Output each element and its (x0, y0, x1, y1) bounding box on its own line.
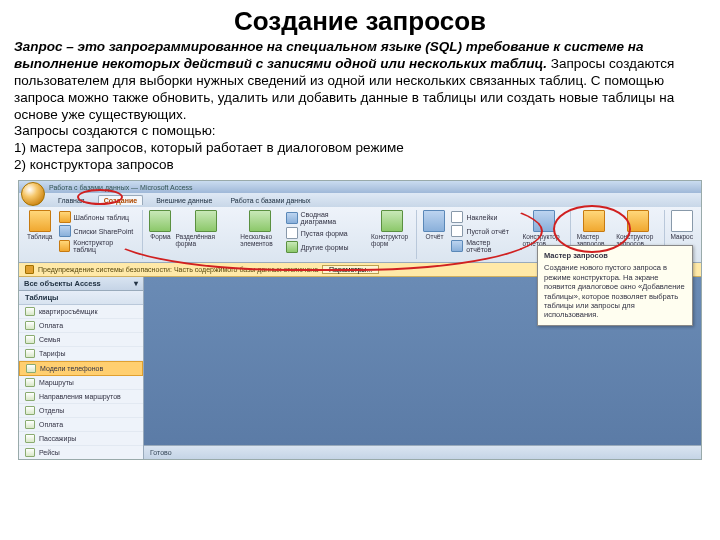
tab-dbtools[interactable]: Работа с базами данных (225, 196, 315, 205)
btn-report[interactable]: Отчёт (423, 210, 445, 259)
btn-pivot[interactable]: Сводная диаграмма (284, 210, 367, 226)
chevron-down-icon: ▾ (134, 279, 138, 288)
tab-create[interactable]: Создание (98, 195, 143, 205)
btn-report-wizard[interactable]: Мастер отчётов (449, 238, 518, 254)
btn-labels[interactable]: Наклейки (449, 210, 518, 224)
nav-item[interactable]: Маршруты (19, 376, 143, 390)
nav-section-tables[interactable]: Таблицы (19, 291, 143, 305)
table-icon (25, 335, 35, 344)
navigation-pane[interactable]: Все объекты Access▾ Таблицы квартиросъём… (19, 277, 144, 459)
table-icon (25, 321, 35, 330)
shield-icon (25, 265, 34, 274)
nav-item[interactable]: Семья (19, 333, 143, 347)
btn-table-design[interactable]: Конструктор таблиц (57, 238, 139, 254)
btn-multi[interactable]: Несколько элементов (240, 210, 279, 259)
btn-sharepoint[interactable]: Списки SharePoint (57, 224, 139, 238)
access-screenshot: Работа с базами данных — Microsoft Acces… (18, 180, 702, 460)
btn-blank-report[interactable]: Пустой отчёт (449, 224, 518, 238)
table-icon (25, 307, 35, 316)
nav-item[interactable]: Оплата (19, 418, 143, 432)
tab-home[interactable]: Главная (53, 196, 90, 205)
nav-item[interactable]: Рейсы (19, 446, 143, 459)
nav-item[interactable]: Тарифы (19, 347, 143, 361)
status-bar: Готово (144, 445, 701, 459)
btn-form[interactable]: Форма (149, 210, 171, 259)
tooltip-query-wizard: Мастер запросов Создание нового пустого … (537, 245, 693, 326)
warn-options-button[interactable]: Параметры... (322, 265, 379, 274)
nav-item[interactable]: Отделы (19, 404, 143, 418)
table-icon (25, 434, 35, 443)
table-icon (25, 420, 35, 429)
nav-item[interactable]: квартиросъёмщик (19, 305, 143, 319)
table-icon (25, 378, 35, 387)
table-icon (25, 406, 35, 415)
btn-form-design[interactable]: Конструктор форм (371, 210, 412, 259)
page-title: Создание запросов (14, 6, 706, 37)
ribbon-tabs: Главная Создание Внешние данные Работа с… (19, 193, 701, 207)
btn-blank-form[interactable]: Пустая форма (284, 226, 367, 240)
nav-item-selected[interactable]: Модели телефонов (19, 361, 143, 376)
office-button[interactable] (21, 182, 45, 206)
nav-item[interactable]: Пассажиры (19, 432, 143, 446)
btn-table-templates[interactable]: Шаблоны таблиц (57, 210, 139, 224)
body-paragraph: Запрос – это запрограммированное на спец… (14, 39, 706, 174)
window-titlebar: Работа с базами данных — Microsoft Acces… (19, 181, 701, 193)
btn-splitform[interactable]: Разделённая форма (175, 210, 236, 259)
nav-item[interactable]: Оплата (19, 319, 143, 333)
btn-other-forms[interactable]: Другие формы (284, 240, 367, 254)
nav-item[interactable]: Направления маршрутов (19, 390, 143, 404)
table-icon (25, 349, 35, 358)
btn-table[interactable]: Таблица (27, 210, 53, 240)
table-icon (26, 364, 36, 373)
table-icon (25, 392, 35, 401)
table-icon (25, 448, 35, 457)
btn-macro[interactable]: Макрос (671, 210, 693, 240)
nav-header[interactable]: Все объекты Access▾ (19, 277, 143, 291)
tab-external[interactable]: Внешние данные (151, 196, 217, 205)
